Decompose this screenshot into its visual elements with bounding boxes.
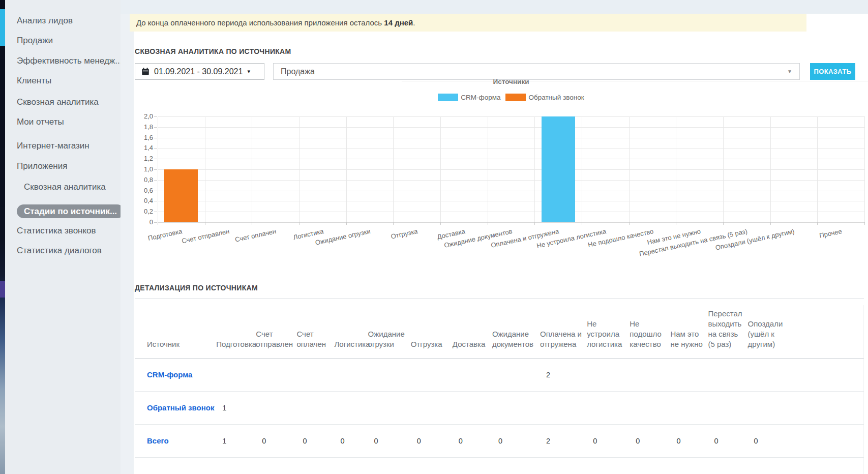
gridline-v [393,116,394,222]
y-tick-mark [154,116,157,117]
gridline-v [770,116,771,222]
table-cell [630,358,670,391]
column-header-12: Нам это не нужно [670,299,708,358]
y-tick-mark [154,138,157,138]
table-cell [296,358,334,391]
x-tick-mark [440,222,441,225]
gridline-v [158,116,158,222]
y-tick-label: 0,2 [121,208,153,215]
sidebar-item-7[interactable]: Приложения [17,161,67,171]
y-tick-mark [154,159,157,159]
sidebar-item-11[interactable]: Статистика диалогов [17,246,102,256]
legend-swatch-icon [438,94,458,101]
sidebar-item-1[interactable]: Продажи [17,36,53,46]
gridline-h [158,212,864,212]
column-header-2: Счет отправлен [256,299,296,358]
table-right-border [863,305,863,474]
table-cell [670,391,708,424]
y-tick-label: 1,4 [121,144,153,152]
legend-label: CRM-форма [461,94,500,101]
sidebar-item-0[interactable]: Анализ лидов [17,16,73,26]
column-header-10: Не устроила логистика [587,299,630,358]
calendar-icon [141,68,149,75]
sidebar-item-8[interactable]: Сквозная аналитика [24,182,106,192]
gridline-h [158,191,864,191]
x-tick-mark [582,222,582,225]
table-cell [296,391,334,424]
source-link-2[interactable]: Всего [135,424,216,457]
table-cell [216,358,256,391]
table-row: Всего10000000200000 [135,424,864,457]
table-header-row: ИсточникПодготовкаСчет отправленСчет опл… [135,299,864,358]
source-link-0[interactable]: CRM-форма [135,358,216,391]
table-cell: 0 [748,424,791,457]
collapsed-main-menu-strip[interactable] [0,0,5,474]
gridline-v [488,116,488,222]
sidebar-item-6[interactable]: Интернет-магазин [17,141,89,151]
table-cell: 1 [216,391,256,424]
x-category-label: Прочее [819,227,843,240]
sidebar-item-5[interactable]: Мои отчеты [17,117,64,127]
y-tick-mark [154,212,157,212]
table-cell: 0 [335,424,368,457]
y-tick-label: 1,0 [121,165,153,173]
table-cell [748,358,791,391]
y-tick-label: 0 [121,218,153,226]
table-cell [540,391,587,424]
y-tick-mark [154,191,157,191]
main-content: До конца оплаченного периода использован… [121,0,868,474]
table-cell: 1 [216,424,256,457]
table-cell: 0 [492,424,540,457]
legend-entry-1: Обратный звонок [505,94,584,101]
table-cell: 0 [708,424,747,457]
sidebar-item-2[interactable]: Эффективность менедж... [17,56,122,66]
table-cell [492,358,540,391]
x-category-label: Подготовка [147,227,183,242]
gridline-v [676,116,676,222]
table-cell [368,358,411,391]
select-caret-icon: ▼ [787,69,792,74]
gridline-h [158,159,864,159]
x-tick-mark [346,222,347,225]
gridline-v [299,116,300,222]
x-category-label: Счет отправлен [181,227,230,245]
date-caret-icon: ▾ [247,68,250,75]
chart-legend: CRM-формаОбратный звонок [158,94,864,101]
chart-title: Источники [158,78,864,85]
y-tick-mark [154,222,157,223]
content-top-band [121,0,868,14]
sidebar-item-10[interactable]: Статистика звонков [17,226,96,236]
column-header-3: Счет оплачен [296,299,334,358]
sidebar-item-4[interactable]: Сквозная аналитика [17,97,99,107]
x-tick-mark [723,222,724,225]
bar-Обратный звонок-Подготовка [164,169,198,222]
y-tick-label: 2,0 [121,112,153,120]
bar-CRM-форма-Оплачена и отгружена [542,116,575,222]
source-link-1[interactable]: Обратный звонок [135,391,216,424]
gridline-h [158,116,864,117]
sidebar-item-3[interactable]: Клиенты [17,76,51,86]
table-cell [708,391,747,424]
table-cell [256,358,296,391]
table-cell [708,358,747,391]
table-cell [368,391,411,424]
menu-strip-active-segment [0,9,5,46]
x-category-label: Отгрузка [390,227,418,241]
y-tick-label: 1,8 [121,123,153,131]
column-header-13: Перестал выходить на связь (5 раз) [708,299,747,358]
sidebar-item-9[interactable]: Стадии по источник... [17,204,124,218]
column-header-11: Не подошло качество [630,299,670,358]
column-header-8: Ожидание документов [492,299,540,358]
table-cell-filler [791,391,864,424]
x-tick-mark [817,222,818,225]
gridline-v [723,116,724,222]
table-cell [587,391,630,424]
section-title-detail: ДЕТАЛИЗАЦИЯ ПО ИСТОЧНИКАМ [135,284,258,292]
gridline-v [205,116,205,222]
sources-detail-table: ИсточникПодготовкаСчет отправленСчет опл… [135,299,864,458]
gridline-h [158,222,864,223]
table-cell [670,358,708,391]
table-cell [335,391,368,424]
table-cell-filler [791,358,864,391]
table-cell: 0 [630,424,670,457]
